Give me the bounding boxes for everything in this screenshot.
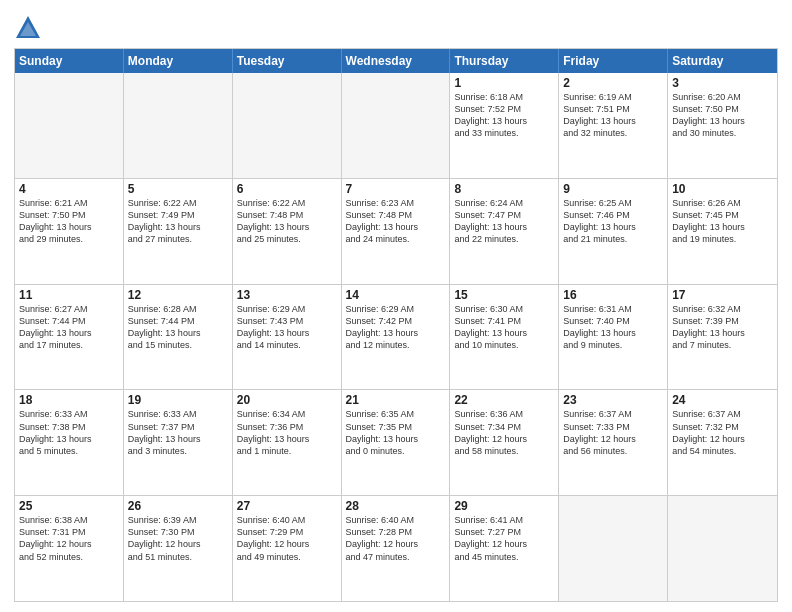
day-number: 25 <box>19 499 119 513</box>
cal-cell: 10Sunrise: 6:26 AM Sunset: 7:45 PM Dayli… <box>668 179 777 284</box>
day-info: Sunrise: 6:22 AM Sunset: 7:48 PM Dayligh… <box>237 197 337 246</box>
day-number: 29 <box>454 499 554 513</box>
day-info: Sunrise: 6:30 AM Sunset: 7:41 PM Dayligh… <box>454 303 554 352</box>
cal-cell: 15Sunrise: 6:30 AM Sunset: 7:41 PM Dayli… <box>450 285 559 390</box>
day-info: Sunrise: 6:25 AM Sunset: 7:46 PM Dayligh… <box>563 197 663 246</box>
cal-cell: 7Sunrise: 6:23 AM Sunset: 7:48 PM Daylig… <box>342 179 451 284</box>
cal-cell <box>15 73 124 178</box>
cal-cell <box>233 73 342 178</box>
day-info: Sunrise: 6:23 AM Sunset: 7:48 PM Dayligh… <box>346 197 446 246</box>
cal-cell: 16Sunrise: 6:31 AM Sunset: 7:40 PM Dayli… <box>559 285 668 390</box>
cal-cell: 14Sunrise: 6:29 AM Sunset: 7:42 PM Dayli… <box>342 285 451 390</box>
header <box>14 10 778 42</box>
day-info: Sunrise: 6:33 AM Sunset: 7:38 PM Dayligh… <box>19 408 119 457</box>
day-number: 19 <box>128 393 228 407</box>
day-info: Sunrise: 6:28 AM Sunset: 7:44 PM Dayligh… <box>128 303 228 352</box>
day-number: 22 <box>454 393 554 407</box>
cal-header-wednesday: Wednesday <box>342 49 451 73</box>
cal-row-0: 1Sunrise: 6:18 AM Sunset: 7:52 PM Daylig… <box>15 73 777 179</box>
day-number: 27 <box>237 499 337 513</box>
cal-header-thursday: Thursday <box>450 49 559 73</box>
cal-cell: 12Sunrise: 6:28 AM Sunset: 7:44 PM Dayli… <box>124 285 233 390</box>
day-info: Sunrise: 6:39 AM Sunset: 7:30 PM Dayligh… <box>128 514 228 563</box>
cal-cell: 28Sunrise: 6:40 AM Sunset: 7:28 PM Dayli… <box>342 496 451 601</box>
day-info: Sunrise: 6:37 AM Sunset: 7:33 PM Dayligh… <box>563 408 663 457</box>
day-info: Sunrise: 6:32 AM Sunset: 7:39 PM Dayligh… <box>672 303 773 352</box>
cal-cell: 24Sunrise: 6:37 AM Sunset: 7:32 PM Dayli… <box>668 390 777 495</box>
cal-cell: 6Sunrise: 6:22 AM Sunset: 7:48 PM Daylig… <box>233 179 342 284</box>
day-number: 13 <box>237 288 337 302</box>
day-number: 18 <box>19 393 119 407</box>
day-number: 24 <box>672 393 773 407</box>
day-info: Sunrise: 6:29 AM Sunset: 7:43 PM Dayligh… <box>237 303 337 352</box>
day-info: Sunrise: 6:19 AM Sunset: 7:51 PM Dayligh… <box>563 91 663 140</box>
calendar: SundayMondayTuesdayWednesdayThursdayFrid… <box>14 48 778 602</box>
cal-cell <box>342 73 451 178</box>
day-number: 5 <box>128 182 228 196</box>
day-number: 23 <box>563 393 663 407</box>
day-number: 7 <box>346 182 446 196</box>
day-number: 4 <box>19 182 119 196</box>
cal-header-tuesday: Tuesday <box>233 49 342 73</box>
day-number: 3 <box>672 76 773 90</box>
cal-cell: 25Sunrise: 6:38 AM Sunset: 7:31 PM Dayli… <box>15 496 124 601</box>
cal-cell: 26Sunrise: 6:39 AM Sunset: 7:30 PM Dayli… <box>124 496 233 601</box>
day-number: 16 <box>563 288 663 302</box>
cal-cell: 8Sunrise: 6:24 AM Sunset: 7:47 PM Daylig… <box>450 179 559 284</box>
cal-cell: 1Sunrise: 6:18 AM Sunset: 7:52 PM Daylig… <box>450 73 559 178</box>
day-info: Sunrise: 6:18 AM Sunset: 7:52 PM Dayligh… <box>454 91 554 140</box>
day-info: Sunrise: 6:21 AM Sunset: 7:50 PM Dayligh… <box>19 197 119 246</box>
day-info: Sunrise: 6:34 AM Sunset: 7:36 PM Dayligh… <box>237 408 337 457</box>
cal-cell: 5Sunrise: 6:22 AM Sunset: 7:49 PM Daylig… <box>124 179 233 284</box>
cal-cell: 2Sunrise: 6:19 AM Sunset: 7:51 PM Daylig… <box>559 73 668 178</box>
cal-header-friday: Friday <box>559 49 668 73</box>
cal-cell <box>668 496 777 601</box>
day-info: Sunrise: 6:35 AM Sunset: 7:35 PM Dayligh… <box>346 408 446 457</box>
logo <box>14 14 46 42</box>
day-info: Sunrise: 6:29 AM Sunset: 7:42 PM Dayligh… <box>346 303 446 352</box>
day-number: 6 <box>237 182 337 196</box>
day-number: 15 <box>454 288 554 302</box>
cal-cell: 22Sunrise: 6:36 AM Sunset: 7:34 PM Dayli… <box>450 390 559 495</box>
cal-header-monday: Monday <box>124 49 233 73</box>
day-info: Sunrise: 6:27 AM Sunset: 7:44 PM Dayligh… <box>19 303 119 352</box>
cal-cell: 11Sunrise: 6:27 AM Sunset: 7:44 PM Dayli… <box>15 285 124 390</box>
day-info: Sunrise: 6:20 AM Sunset: 7:50 PM Dayligh… <box>672 91 773 140</box>
day-number: 26 <box>128 499 228 513</box>
day-info: Sunrise: 6:40 AM Sunset: 7:28 PM Dayligh… <box>346 514 446 563</box>
day-number: 17 <box>672 288 773 302</box>
cal-cell: 13Sunrise: 6:29 AM Sunset: 7:43 PM Dayli… <box>233 285 342 390</box>
cal-cell: 20Sunrise: 6:34 AM Sunset: 7:36 PM Dayli… <box>233 390 342 495</box>
calendar-header-row: SundayMondayTuesdayWednesdayThursdayFrid… <box>15 49 777 73</box>
day-info: Sunrise: 6:33 AM Sunset: 7:37 PM Dayligh… <box>128 408 228 457</box>
day-number: 10 <box>672 182 773 196</box>
cal-cell <box>559 496 668 601</box>
day-number: 28 <box>346 499 446 513</box>
day-info: Sunrise: 6:31 AM Sunset: 7:40 PM Dayligh… <box>563 303 663 352</box>
day-info: Sunrise: 6:40 AM Sunset: 7:29 PM Dayligh… <box>237 514 337 563</box>
day-number: 2 <box>563 76 663 90</box>
cal-cell <box>124 73 233 178</box>
day-number: 21 <box>346 393 446 407</box>
cal-cell: 17Sunrise: 6:32 AM Sunset: 7:39 PM Dayli… <box>668 285 777 390</box>
cal-cell: 4Sunrise: 6:21 AM Sunset: 7:50 PM Daylig… <box>15 179 124 284</box>
day-info: Sunrise: 6:41 AM Sunset: 7:27 PM Dayligh… <box>454 514 554 563</box>
cal-cell: 29Sunrise: 6:41 AM Sunset: 7:27 PM Dayli… <box>450 496 559 601</box>
cal-cell: 27Sunrise: 6:40 AM Sunset: 7:29 PM Dayli… <box>233 496 342 601</box>
calendar-body: 1Sunrise: 6:18 AM Sunset: 7:52 PM Daylig… <box>15 73 777 601</box>
day-number: 14 <box>346 288 446 302</box>
cal-cell: 3Sunrise: 6:20 AM Sunset: 7:50 PM Daylig… <box>668 73 777 178</box>
day-number: 11 <box>19 288 119 302</box>
cal-row-3: 18Sunrise: 6:33 AM Sunset: 7:38 PM Dayli… <box>15 390 777 496</box>
cal-cell: 18Sunrise: 6:33 AM Sunset: 7:38 PM Dayli… <box>15 390 124 495</box>
day-number: 9 <box>563 182 663 196</box>
day-number: 1 <box>454 76 554 90</box>
day-number: 12 <box>128 288 228 302</box>
day-info: Sunrise: 6:37 AM Sunset: 7:32 PM Dayligh… <box>672 408 773 457</box>
cal-cell: 9Sunrise: 6:25 AM Sunset: 7:46 PM Daylig… <box>559 179 668 284</box>
day-number: 8 <box>454 182 554 196</box>
day-info: Sunrise: 6:36 AM Sunset: 7:34 PM Dayligh… <box>454 408 554 457</box>
cal-row-2: 11Sunrise: 6:27 AM Sunset: 7:44 PM Dayli… <box>15 285 777 391</box>
cal-header-sunday: Sunday <box>15 49 124 73</box>
logo-icon <box>14 14 42 42</box>
